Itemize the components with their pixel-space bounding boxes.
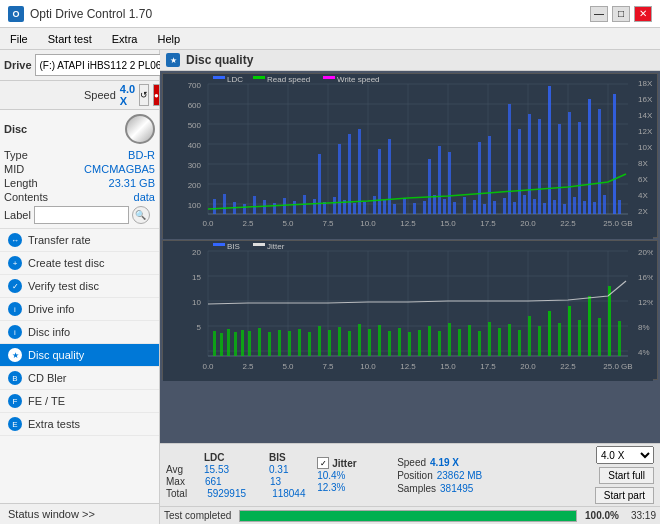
disc-contents-row: Contents data	[4, 190, 155, 204]
nav-fe-te[interactable]: F FE / TE	[0, 390, 159, 413]
minimize-button[interactable]: —	[590, 6, 608, 22]
svg-rect-55	[363, 202, 366, 214]
action-section: 4.0 X Start full Start part	[595, 446, 654, 504]
svg-rect-88	[563, 204, 566, 214]
max-bis: 13	[270, 476, 305, 487]
svg-rect-67	[443, 199, 446, 214]
speed-refresh-btn[interactable]: ↺	[139, 84, 149, 106]
maximize-button[interactable]: □	[612, 6, 630, 22]
position-value: 23862 MB	[437, 470, 483, 481]
disc-label-label: Label	[4, 209, 31, 221]
nav-transfer-rate[interactable]: ↔ Transfer rate	[0, 229, 159, 252]
svg-rect-73	[483, 204, 486, 214]
svg-rect-148	[248, 331, 251, 356]
svg-rect-66	[438, 146, 441, 214]
svg-text:7.5: 7.5	[322, 219, 334, 228]
svg-text:8X: 8X	[638, 159, 648, 168]
max-label: Max	[166, 476, 185, 487]
nav-disc-info[interactable]: i Disc info	[0, 321, 159, 344]
svg-rect-44	[293, 201, 296, 214]
drive-label: Drive	[4, 59, 32, 71]
disc-label-btn[interactable]: 🔍	[132, 206, 150, 224]
svg-rect-149	[258, 328, 261, 356]
disc-label-row: Label 🔍	[4, 206, 155, 224]
position-label: Position	[397, 470, 433, 481]
svg-rect-74	[488, 136, 491, 214]
svg-rect-42	[273, 203, 276, 214]
bottom-status-bar: Test completed 100.0% 33:19	[160, 506, 660, 524]
stats-empty	[166, 452, 184, 463]
svg-rect-145	[227, 329, 230, 356]
drive-select[interactable]: (F:) ATAPI iHBS112 2 PL06	[35, 54, 180, 76]
menu-start-test[interactable]: Start test	[42, 32, 98, 46]
disc-label-input[interactable]	[34, 206, 129, 224]
nav-extra-tests[interactable]: E Extra tests	[0, 413, 159, 436]
svg-rect-169	[458, 329, 461, 356]
menu-extra[interactable]: Extra	[106, 32, 144, 46]
avg-row: Avg 15.53 0.31	[166, 464, 307, 475]
nav-extra-icon: E	[8, 417, 22, 431]
svg-text:4X: 4X	[638, 191, 648, 200]
drive-row: Drive (F:) ATAPI iHBS112 2 PL06 ▲	[0, 50, 159, 81]
close-button[interactable]: ✕	[634, 6, 652, 22]
samples-value: 381495	[440, 483, 473, 494]
svg-rect-64	[428, 159, 431, 214]
svg-text:4%: 4%	[638, 348, 650, 357]
nav-fe-te-icon: F	[8, 394, 22, 408]
svg-rect-168	[448, 323, 451, 356]
svg-text:Read speed: Read speed	[267, 75, 310, 84]
jitter-checkbox[interactable]: ✓	[317, 457, 329, 469]
avg-ldc: 15.53	[204, 464, 249, 475]
svg-text:25.0 GB: 25.0 GB	[603, 219, 632, 228]
titlebar-left: O Opti Drive Control 1.70	[8, 6, 152, 22]
titlebar: O Opti Drive Control 1.70 — □ ✕	[0, 0, 660, 28]
rec-btn[interactable]: ●	[153, 84, 160, 106]
speed-dropdown-select[interactable]: 4.0 X	[596, 446, 654, 464]
svg-text:Write speed: Write speed	[337, 75, 380, 84]
nav-verify-test[interactable]: ✓ Verify test disc	[0, 275, 159, 298]
svg-rect-90	[573, 197, 576, 214]
nav-create-test[interactable]: + Create test disc	[0, 252, 159, 275]
speed-stat-label: Speed	[397, 457, 426, 468]
svg-rect-150	[268, 332, 271, 356]
svg-rect-37	[223, 194, 226, 214]
svg-rect-77	[508, 104, 511, 214]
svg-rect-188	[253, 243, 265, 246]
disc-contents-value: data	[134, 191, 155, 203]
progress-bar-fill	[240, 511, 576, 521]
disc-mid-label: MID	[4, 163, 24, 175]
nav-cd-bler[interactable]: B CD Bler	[0, 367, 159, 390]
bottom-chart-svg: 20 15 10 5 20% 16% 12% 8% 4%	[163, 241, 653, 381]
svg-rect-180	[568, 306, 571, 356]
svg-rect-40	[253, 196, 256, 214]
svg-rect-72	[478, 142, 481, 214]
svg-text:Jitter: Jitter	[267, 242, 285, 251]
start-part-btn[interactable]: Start part	[595, 487, 654, 504]
bis-col-header: BIS	[269, 452, 304, 463]
svg-rect-167	[438, 331, 441, 356]
speed-value: 4.0 X	[120, 83, 135, 107]
status-window-btn[interactable]: Status window >>	[0, 503, 159, 524]
start-full-btn[interactable]: Start full	[599, 467, 654, 484]
menu-file[interactable]: File	[4, 32, 34, 46]
svg-rect-84	[543, 203, 546, 214]
svg-rect-92	[583, 201, 586, 214]
disc-contents-label: Contents	[4, 191, 48, 203]
svg-text:100: 100	[188, 201, 202, 210]
svg-rect-183	[598, 318, 601, 356]
svg-rect-172	[488, 322, 491, 356]
content-area: ★ Disc quality	[160, 50, 660, 524]
nav-disc-quality[interactable]: ★ Disc quality	[0, 344, 159, 367]
svg-rect-57	[378, 149, 381, 214]
svg-text:17.5: 17.5	[480, 219, 496, 228]
svg-rect-96	[603, 195, 606, 214]
svg-text:17.5: 17.5	[480, 362, 496, 371]
menu-help[interactable]: Help	[151, 32, 186, 46]
avg-bis: 0.31	[269, 464, 304, 475]
nav-drive-info[interactable]: i Drive info	[0, 298, 159, 321]
svg-rect-93	[588, 99, 591, 214]
avg-label: Avg	[166, 464, 184, 475]
svg-rect-151	[278, 330, 281, 356]
svg-rect-85	[548, 86, 551, 214]
disc-mid-row: MID CMCMAGBA5	[4, 162, 155, 176]
